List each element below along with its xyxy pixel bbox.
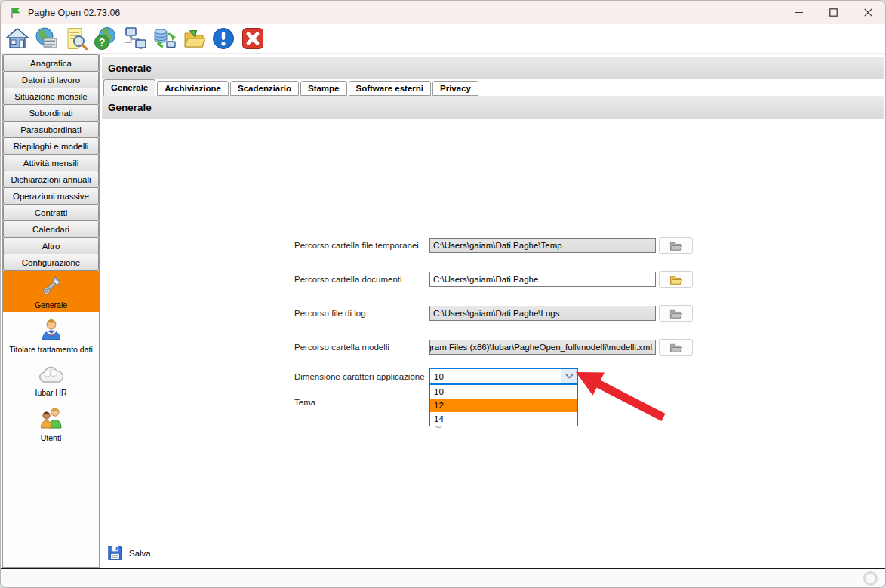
users-icon	[39, 406, 63, 430]
network-icon	[123, 26, 147, 51]
sidebar-item-altro[interactable]: Altro	[3, 237, 99, 254]
app-window: Paghe Open 02.73.06	[0, 0, 886, 588]
log-file-label: Percorso file di log	[294, 306, 366, 321]
tab-archiviazione[interactable]: Archiviazione	[157, 81, 229, 96]
close-button[interactable]	[851, 1, 885, 24]
info-icon	[211, 26, 235, 51]
theme-label: Tema	[294, 395, 315, 410]
status-indicator	[863, 571, 878, 586]
sidebar-item-generale[interactable]: Generale	[3, 271, 99, 312]
section-title: Generale	[102, 96, 884, 119]
temp-folder-field[interactable]: C:\Users\gaiam\Dati Paghe\Temp	[429, 238, 656, 253]
exit-button[interactable]	[240, 26, 265, 51]
sidebar-item-titolare-trattamento-dati[interactable]: Titolare trattamento dati	[3, 312, 99, 359]
log-file-browse-button[interactable]	[659, 305, 693, 322]
sidebar-item-subordinati[interactable]: Subordinati	[3, 104, 99, 122]
documents-folder-field[interactable]: C:\Users\gaiam\Dati Paghe	[429, 272, 656, 287]
tab-scadenziario[interactable]: Scadenziario	[230, 81, 299, 96]
tab-software-esterni[interactable]: Software esterni	[349, 81, 431, 96]
window-title: Paghe Open 02.73.06	[28, 8, 120, 18]
font-size-dropdown: 10 12 14	[429, 384, 578, 426]
main-panel: Generale Generale Archiviazione Scadenzi…	[100, 54, 885, 568]
tab-privacy[interactable]: Privacy	[432, 81, 478, 96]
folder-open-icon	[669, 274, 682, 285]
svg-text:?: ?	[98, 36, 105, 48]
exit-icon	[241, 26, 265, 51]
folder-export-button[interactable]	[181, 26, 206, 51]
sidebar-item-datori-di-lavoro[interactable]: Datori di lavoro	[3, 71, 99, 88]
search-notes-icon	[64, 26, 88, 51]
minimize-button[interactable]	[781, 1, 816, 24]
web-help-icon: ?	[94, 26, 118, 51]
font-size-combobox[interactable]: 10	[429, 368, 578, 384]
save-floppy-icon	[106, 544, 124, 562]
web-help-button[interactable]: ?	[93, 26, 118, 51]
font-size-value: 10	[430, 372, 561, 381]
person-icon	[39, 318, 63, 342]
sidebar: Anagrafica Datori di lavoro Situazione m…	[2, 54, 100, 568]
tab-generale[interactable]: Generale	[103, 79, 155, 96]
dropdown-option-10[interactable]: 10	[430, 385, 577, 399]
tab-stampe[interactable]: Stampe	[300, 81, 347, 96]
documents-folder-browse-button[interactable]	[659, 271, 693, 288]
tab-bar: Generale Archiviazione Scadenziario Stam…	[103, 78, 480, 96]
sidebar-item-parasubordinati[interactable]: Parasubordinati	[3, 121, 99, 138]
web-news-button[interactable]	[34, 26, 59, 51]
sidebar-item-operazioni-massive[interactable]: Operazioni massive	[3, 187, 99, 205]
models-folder-browse-button[interactable]	[659, 339, 693, 356]
network-button[interactable]	[122, 26, 147, 51]
font-size-label: Dimensione caratteri applicazione	[294, 369, 425, 384]
database-sync-button[interactable]	[152, 26, 177, 51]
wrench-icon	[40, 275, 63, 297]
app-flag-icon	[9, 7, 21, 19]
status-bar	[1, 569, 885, 588]
folder-export-icon	[182, 26, 206, 51]
page-title: Generale	[102, 57, 884, 79]
sidebar-item-iubar-hr[interactable]: Iubar HR	[3, 359, 99, 403]
temp-folder-label: Percorso cartella file temporanei	[294, 238, 419, 253]
sidebar-item-riepiloghi-e-modelli[interactable]: Riepiloghi e modelli	[3, 137, 99, 155]
sidebar-item-attivita-mensili[interactable]: Attività mensili	[3, 154, 99, 171]
models-folder-field[interactable]: Program Files (x86)\Iubar\PagheOpen_full…	[429, 340, 656, 355]
sidebar-item-calendari[interactable]: Calendari	[3, 220, 99, 238]
sidebar-item-utenti[interactable]: Utenti	[3, 403, 99, 445]
home-button[interactable]	[5, 26, 29, 51]
save-button[interactable]: Salva	[106, 544, 151, 562]
folder-gray-icon	[669, 342, 682, 353]
dropdown-option-12[interactable]: 12	[430, 399, 577, 412]
folder-gray-icon	[669, 240, 682, 251]
info-button[interactable]	[211, 26, 235, 51]
cloud-icon	[38, 365, 65, 385]
maximize-button[interactable]	[816, 1, 851, 24]
temp-folder-browse-button[interactable]	[659, 237, 693, 254]
save-button-label: Salva	[129, 549, 151, 558]
sidebar-item-label: Iubar HR	[35, 388, 66, 397]
sidebar-item-configurazione[interactable]: Configurazione	[3, 254, 99, 271]
sidebar-item-situazione-mensile[interactable]: Situazione mensile	[3, 88, 99, 105]
chevron-down-icon[interactable]	[561, 369, 577, 383]
sidebar-item-label: Utenti	[41, 433, 61, 442]
main-toolbar: ?	[1, 24, 885, 54]
title-bar: Paghe Open 02.73.06	[1, 1, 885, 24]
sidebar-item-label: Generale	[35, 300, 67, 309]
dropdown-option-14[interactable]: 14	[430, 412, 577, 426]
sidebar-item-label: Titolare trattamento dati	[9, 345, 93, 354]
home-icon	[5, 26, 29, 51]
sidebar-item-dichiarazioni-annuali[interactable]: Dichiarazioni annuali	[3, 171, 99, 188]
log-file-field[interactable]: C:\Users\gaiam\Dati Paghe\Logs	[429, 306, 656, 321]
search-notes-button[interactable]	[63, 26, 88, 51]
documents-folder-label: Percorso cartella documenti	[294, 272, 402, 287]
folder-gray-icon	[669, 308, 682, 319]
web-news-icon	[35, 26, 59, 51]
models-folder-label: Percorso cartella modelli	[294, 340, 389, 355]
database-sync-icon	[152, 26, 177, 51]
sidebar-item-contratti[interactable]: Contratti	[3, 204, 99, 221]
sidebar-item-anagrafica[interactable]: Anagrafica	[3, 54, 99, 72]
